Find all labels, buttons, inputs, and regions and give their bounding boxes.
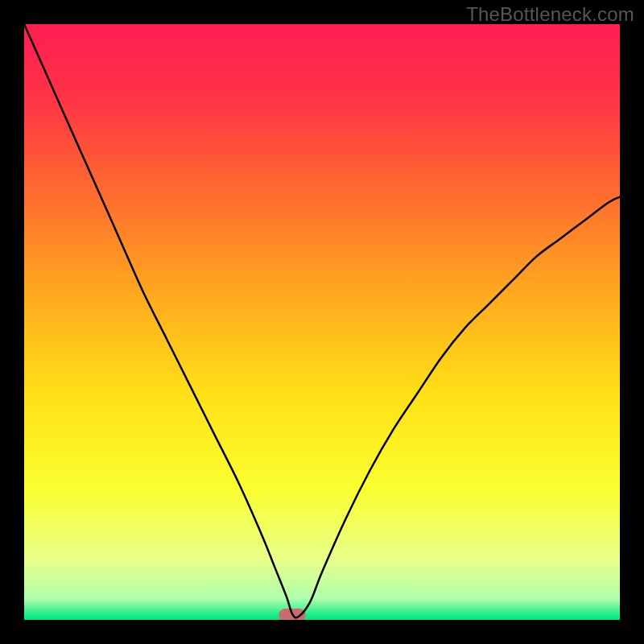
bottleneck-chart <box>24 24 620 620</box>
gradient-background <box>24 24 620 620</box>
plot-area <box>24 24 620 620</box>
watermark-text: TheBottleneck.com <box>466 3 634 26</box>
chart-frame: TheBottleneck.com <box>0 0 644 644</box>
